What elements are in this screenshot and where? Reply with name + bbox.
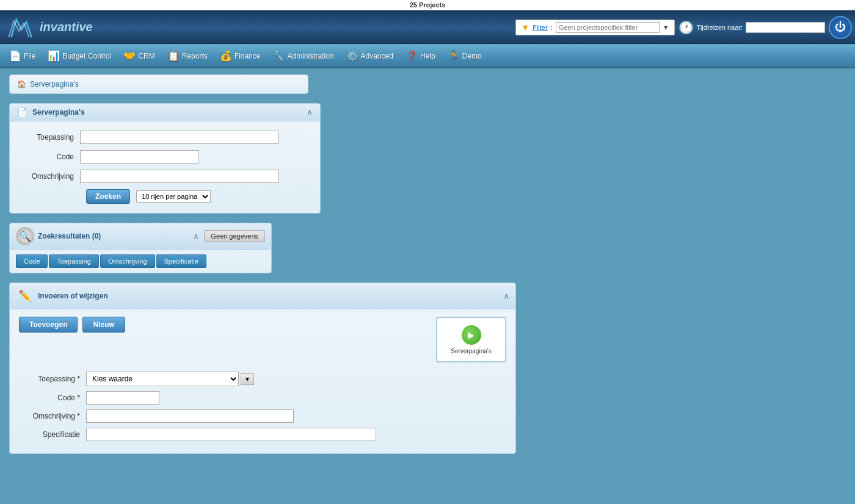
breadcrumb: 🏠 Serverpagina's — [9, 74, 308, 94]
inv-toepassing-select-container: Kies waarde ▼ — [86, 372, 254, 386]
nav-label-help: Help — [420, 52, 435, 60]
inv-omschrijving-row: Omschrijving * — [19, 409, 506, 423]
advanced-icon: ⚙️ — [346, 50, 358, 62]
nav-label-reports: Reports — [182, 52, 208, 60]
sidebar-item-budget[interactable]: 📊 Budget Control — [42, 46, 117, 65]
sidebar-item-crm[interactable]: 🤝 CRM — [117, 46, 161, 65]
search-panel: 📄 Serverpagina's ∧ Toepassing Code Omsch… — [9, 103, 321, 214]
search-action-row: Zoeken 10 rijen per pagina 25 rijen per … — [19, 189, 311, 204]
nav-label-administration: Administration — [287, 52, 333, 60]
clock-icon: 🕐 — [679, 20, 694, 35]
administration-icon: 🔧 — [272, 50, 285, 62]
serverpaginas-widget[interactable]: ▶ Serverpagina's — [436, 317, 506, 362]
sidebar-item-administration[interactable]: 🔧 Administration — [266, 46, 340, 65]
power-button[interactable]: ⏻ — [829, 16, 852, 39]
search-panel-header[interactable]: 📄 Serverpagina's ∧ — [10, 104, 320, 121]
inv-toepassing-select[interactable]: Kies waarde — [86, 372, 239, 386]
filter-link[interactable]: Filter — [533, 24, 547, 31]
results-collapse-btn[interactable]: ∧ — [193, 231, 199, 241]
demo-icon: 🏃 — [448, 50, 460, 62]
widget-play-icon: ▶ — [462, 325, 481, 345]
results-header: 🔍 Zoekresultaten (0) ∧ Geen gegevens — [10, 223, 271, 250]
invoeren-header: ✏️ Invoeren of wijzigen ∧ — [10, 283, 515, 309]
rows-per-page-select[interactable]: 10 rijen per pagina 25 rijen per pagina … — [136, 190, 211, 203]
invoeren-body: Toevoegen Nieuw ▶ Serverpagina's Toepass… — [10, 309, 515, 453]
toepassing-dropdown-arrow[interactable]: ▼ — [241, 373, 254, 385]
tab-code[interactable]: Code — [16, 254, 48, 268]
tab-toepassing[interactable]: Toepassing — [49, 254, 99, 268]
navbar: 📄 File 📊 Budget Control 🤝 CRM 📋 Reports … — [0, 44, 855, 68]
power-icon: ⏻ — [835, 21, 846, 34]
search-panel-body: Toepassing Code Omschrijving Zoeken 10 r… — [10, 121, 320, 213]
toepassing-label: Toepassing — [19, 133, 80, 142]
travel-label: Tijdreizen naar: — [697, 24, 743, 31]
sidebar-item-demo[interactable]: 🏃 Demo — [442, 46, 488, 65]
search-panel-collapse-btn[interactable]: ∧ — [307, 107, 313, 117]
inv-code-row: Code * — [19, 391, 506, 405]
filter-icon: ▼ — [521, 23, 529, 32]
sidebar-item-file[interactable]: 📄 File — [3, 46, 42, 65]
inv-specificatie-row: Specificatie — [19, 428, 506, 441]
nieuw-button[interactable]: Nieuw — [82, 317, 125, 333]
nav-label-file: File — [24, 52, 35, 60]
help-icon: ❓ — [406, 50, 418, 62]
results-tabs: Code Toepassing Omschrijving Specificati… — [10, 250, 271, 273]
inv-omschrijving-input[interactable] — [86, 409, 294, 423]
toepassing-row: Toepassing — [19, 131, 311, 144]
widget-label: Serverpagina's — [451, 348, 491, 355]
sidebar-item-advanced[interactable]: ⚙️ Advanced — [340, 46, 399, 65]
sidebar-item-help[interactable]: ❓ Help — [399, 46, 442, 65]
toepassing-input[interactable] — [80, 131, 278, 144]
finance-icon: 💰 — [220, 50, 232, 62]
omschrijving-row: Omschrijving — [19, 170, 311, 183]
filter-input[interactable] — [556, 22, 660, 33]
inv-specificatie-label: Specificatie — [19, 430, 86, 439]
toevoegen-button[interactable]: Toevoegen — [19, 317, 78, 333]
logo: invantive — [6, 13, 98, 41]
results-panel: 🔍 Zoekresultaten (0) ∧ Geen gegevens Cod… — [9, 223, 272, 273]
inv-toepassing-label: Toepassing * — [19, 375, 86, 383]
travel-input[interactable] — [746, 22, 825, 33]
file-icon: 📄 — [9, 50, 21, 62]
nav-label-finance: Finance — [235, 52, 261, 60]
sidebar-item-reports[interactable]: 📋 Reports — [161, 46, 214, 65]
code-input[interactable] — [80, 150, 199, 164]
inv-omschrijving-label: Omschrijving * — [19, 412, 86, 420]
tab-omschrijving[interactable]: Omschrijving — [100, 254, 155, 268]
search-button[interactable]: Zoeken — [86, 189, 130, 204]
nav-label-demo: Demo — [462, 52, 482, 60]
inv-specificatie-input[interactable] — [86, 428, 376, 441]
tab-specificatie[interactable]: Specificatie — [156, 254, 206, 268]
search-panel-title: Serverpagina's — [32, 108, 307, 117]
reports-icon: 📋 — [167, 50, 180, 62]
invoeren-collapse-btn[interactable]: ∧ — [503, 291, 509, 301]
inv-code-label: Code * — [19, 394, 86, 402]
search-panel-icon: 📄 — [17, 107, 27, 117]
nav-label-advanced: Advanced — [361, 52, 393, 60]
code-row: Code — [19, 150, 311, 164]
travel-section: 🕐 Tijdreizen naar: — [679, 20, 825, 35]
breadcrumb-text: Serverpagina's — [30, 80, 79, 88]
content-area: 🏠 Serverpagina's 📄 Serverpagina's ∧ Toep… — [0, 68, 855, 504]
filter-dropdown-btn[interactable]: ▼ — [663, 24, 669, 31]
nav-label-budget: Budget Control — [62, 52, 111, 60]
invoeren-form: Toepassing * Kies waarde ▼ Code * Omschr… — [19, 372, 506, 441]
home-icon: 🏠 — [17, 80, 26, 88]
invoeren-action-row: Toevoegen Nieuw ▶ Serverpagina's — [19, 317, 506, 362]
crm-icon: 🤝 — [123, 50, 136, 62]
nav-label-crm: CRM — [138, 52, 155, 60]
filter-section: ▼ Filter : ▼ — [515, 20, 674, 35]
results-icon: 🔍 — [16, 227, 34, 245]
geen-gegevens-button[interactable]: Geen gegevens — [204, 230, 265, 242]
budget-icon: 📊 — [48, 50, 60, 62]
rows-select-container: 10 rijen per pagina 25 rijen per pagina … — [136, 190, 211, 203]
sidebar-item-finance[interactable]: 💰 Finance — [214, 46, 267, 65]
invoeren-panel: ✏️ Invoeren of wijzigen ∧ Toevoegen Nieu… — [9, 283, 516, 454]
inv-code-input[interactable] — [86, 391, 159, 405]
results-title: Zoekresultaten (0) — [38, 232, 193, 240]
omschrijving-input[interactable] — [80, 170, 278, 183]
invoeren-title: Invoeren of wijzigen — [38, 292, 503, 300]
projects-count-badge: 25 Projects — [410, 1, 446, 9]
code-label: Code — [19, 153, 80, 161]
omschrijving-label: Omschrijving — [19, 172, 80, 181]
